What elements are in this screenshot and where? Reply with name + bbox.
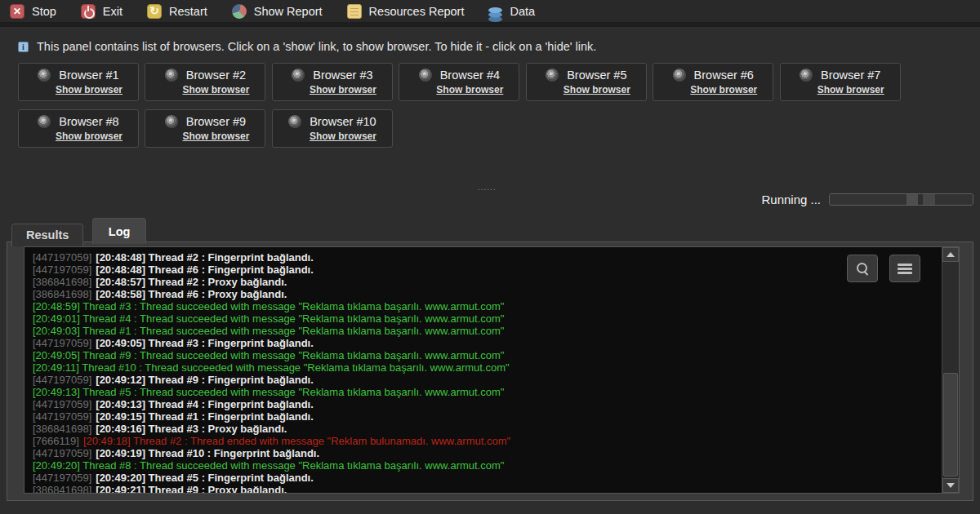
- log-line: [20:49:03] Thread #1 : Thread succeeded …: [33, 325, 936, 337]
- browser-card[interactable]: Browser #4 Show browser: [399, 63, 519, 101]
- toolbar-button[interactable]: Data: [488, 0, 535, 24]
- browser-card[interactable]: Browser #6 Show browser: [653, 63, 773, 101]
- browser-card[interactable]: Browser #10 Show browser: [272, 109, 393, 148]
- log-line: [447197059][20:49:15] Thread #1 : Finger…: [33, 410, 936, 423]
- log-line-text: [20:49:13] Thread #5 : Thread succeeded …: [33, 386, 504, 398]
- browser-card[interactable]: Browser #8 Show browser: [18, 109, 139, 148]
- log-line-id: [447197059]: [33, 337, 91, 349]
- scroll-up-button[interactable]: [942, 247, 959, 262]
- log-line: [20:49:01] Thread #4 : Thread succeeded …: [33, 312, 936, 325]
- browser-card-header: Browser #3: [281, 69, 384, 82]
- log-output: [447197059][20:48:48] Thread #2 : Finger…: [24, 247, 941, 493]
- tab-content-panel: [447197059][20:48:48] Thread #2 : Finger…: [7, 241, 973, 501]
- log-line: [20:49:05] Thread #9 : Thread succeeded …: [33, 349, 936, 361]
- browser-panel: Browser #1 Show browser Browser #2 Show …: [18, 63, 965, 156]
- browser-label: Browser #9: [186, 115, 246, 128]
- toolbar-button[interactable]: Show Report: [232, 0, 323, 24]
- toolbar-button-label: Stop: [32, 5, 56, 18]
- browser-card[interactable]: Browser #2 Show browser: [145, 63, 265, 101]
- browser-label: Browser #7: [821, 69, 880, 82]
- info-text: This panel contains list of browsers. Cl…: [37, 40, 596, 53]
- tab-bar: Results Log: [11, 218, 151, 242]
- log-line-id: [386841698]: [33, 484, 91, 493]
- log-line: [447197059][20:48:48] Thread #6 : Finger…: [33, 264, 936, 276]
- browser-label: Browser #2: [186, 69, 246, 82]
- show-browser-link[interactable]: Show browser: [182, 131, 249, 142]
- toolbar: Stop Exit Restart Show Report Resources …: [0, 0, 980, 27]
- show-browser-link[interactable]: Show browser: [690, 84, 757, 95]
- tab[interactable]: Results: [11, 224, 83, 246]
- progress-fill: [830, 194, 973, 205]
- log-line-text: [20:48:48] Thread #6 : Fingerprint bağla…: [96, 264, 314, 276]
- toolbar-button[interactable]: Stop: [10, 0, 56, 24]
- browser-card-header: Browser #6: [662, 69, 764, 82]
- log-line: [447197059][20:48:48] Thread #2 : Finger…: [33, 251, 936, 264]
- log-line: [20:49:13] Thread #5 : Thread succeeded …: [33, 386, 936, 398]
- log-scrollbar[interactable]: [942, 247, 959, 493]
- browser-lens-icon: [419, 69, 432, 82]
- scroll-down-button[interactable]: [942, 478, 959, 493]
- log-line: [447197059][20:49:05] Thread #3 : Finger…: [33, 337, 936, 349]
- show-browser-link[interactable]: Show browser: [817, 84, 884, 95]
- browser-card-header: Browser #10: [281, 115, 384, 128]
- log-line-text: [20:49:21] Thread #9 : Proxy bağlandı.: [96, 484, 287, 493]
- log-menu-button[interactable]: [889, 255, 920, 282]
- browser-lens-icon: [800, 69, 813, 82]
- toolbar-button-label: Restart: [169, 5, 207, 18]
- show-browser-link[interactable]: Show browser: [182, 84, 249, 95]
- log-line-text: [20:49:15] Thread #1 : Fingerprint bağla…: [96, 410, 314, 423]
- browser-label: Browser #6: [694, 69, 754, 82]
- show-browser-link[interactable]: Show browser: [310, 131, 376, 142]
- log-line-id: [386841698]: [33, 423, 91, 435]
- log-line: [447197059][20:49:13] Thread #4 : Finger…: [33, 398, 936, 410]
- log-line-id: [7666119]: [33, 435, 79, 447]
- log-line-id: [447197059]: [33, 251, 91, 264]
- log-line: [386841698][20:49:16] Thread #3 : Proxy …: [33, 423, 936, 435]
- log-line-text: [20:49:05] Thread #9 : Thread succeeded …: [33, 349, 504, 361]
- log-line-text: [20:49:11] Thread #10 : Thread succeeded…: [33, 361, 510, 374]
- browser-card-header: Browser #1: [27, 69, 130, 82]
- toolbar-button[interactable]: Exit: [81, 0, 122, 24]
- toolbar-button[interactable]: Restart: [147, 0, 207, 24]
- show-browser-link[interactable]: Show browser: [310, 84, 376, 95]
- browser-card[interactable]: Browser #9 Show browser: [145, 109, 265, 148]
- toolbar-button[interactable]: Resources Report: [347, 0, 465, 24]
- log-line-text: [20:49:16] Thread #3 : Proxy bağlandı.: [96, 423, 287, 435]
- browser-lens-icon: [673, 69, 686, 82]
- log-line-text: [20:49:13] Thread #4 : Fingerprint bağla…: [96, 398, 314, 410]
- log-line-id: [386841698]: [33, 288, 91, 300]
- log-line: [20:49:11] Thread #10 : Thread succeeded…: [33, 361, 936, 374]
- show-browser-link[interactable]: Show browser: [436, 84, 503, 95]
- show-browser-link[interactable]: Show browser: [56, 131, 122, 142]
- scrollbar-thumb[interactable]: [943, 373, 958, 477]
- browser-lens-icon: [546, 69, 559, 82]
- log-line: [447197059][20:49:19] Thread #10 : Finge…: [33, 447, 936, 459]
- browser-card[interactable]: Browser #3 Show browser: [272, 63, 393, 101]
- progress-bar: [829, 193, 973, 206]
- log-line-text: [20:49:03] Thread #1 : Thread succeeded …: [33, 325, 504, 337]
- log-line: [447197059][20:49:12] Thread #9 : Finger…: [33, 374, 936, 386]
- log-box: [447197059][20:48:48] Thread #2 : Finger…: [24, 246, 960, 494]
- log-line: [20:48:59] Thread #3 : Thread succeeded …: [33, 300, 936, 312]
- tab[interactable]: Log: [92, 218, 147, 244]
- browser-lens-icon: [165, 115, 178, 128]
- log-line-text: [20:49:18] Thread #2 : Thread ended with…: [83, 435, 510, 447]
- browser-card[interactable]: Browser #7 Show browser: [780, 63, 901, 101]
- browser-card[interactable]: Browser #1 Show browser: [18, 63, 139, 101]
- log-line-text: [20:49:20] Thread #5 : Fingerprint bağla…: [96, 472, 314, 484]
- splitter-handle: ......: [478, 183, 497, 192]
- browser-card-header: Browser #4: [408, 69, 510, 82]
- arrow-up-icon: [947, 252, 955, 257]
- search-icon: [856, 262, 869, 275]
- log-line-text: [20:48:59] Thread #3 : Thread succeeded …: [33, 300, 504, 312]
- status-row: Running ...: [761, 193, 973, 206]
- show-browser-link[interactable]: Show browser: [564, 84, 630, 95]
- browser-label: Browser #8: [59, 115, 118, 128]
- show-browser-link[interactable]: Show browser: [56, 84, 122, 95]
- log-search-button[interactable]: [847, 255, 878, 282]
- browser-card[interactable]: Browser #5 Show browser: [526, 63, 647, 101]
- log-line-id: [447197059]: [33, 398, 91, 410]
- log-line: [386841698][20:48:57] Thread #2 : Proxy …: [33, 276, 936, 288]
- log-line-id: [447197059]: [33, 410, 91, 423]
- log-line: [20:49:20] Thread #8 : Thread succeeded …: [33, 459, 936, 472]
